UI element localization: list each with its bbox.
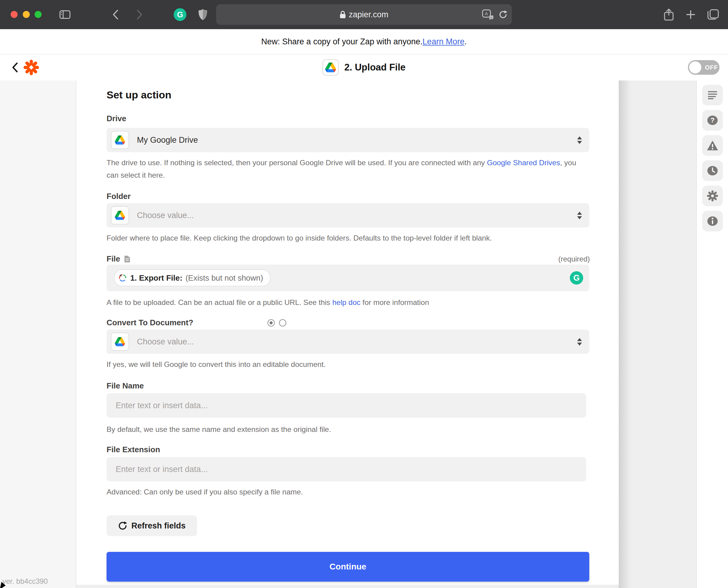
folder-help: Folder where to place file. Keep clickin…	[107, 232, 590, 244]
file-name-label: File Name	[107, 381, 144, 391]
file-extension-help: Advanced: Can only be used if you also s…	[107, 486, 590, 498]
svg-text:A: A	[485, 11, 488, 16]
continue-button[interactable]: Continue	[107, 552, 589, 582]
setup-action-panel: Set up action Drive My Google Drive The …	[76, 81, 619, 585]
new-tab-icon[interactable]	[684, 0, 698, 29]
history-button[interactable]	[702, 160, 723, 181]
translate-icon[interactable]: Ax	[482, 9, 494, 20]
token-value-text: (Exists but not shown)	[186, 273, 263, 283]
version-text: ver. bb4cc390	[2, 577, 48, 586]
close-window-button[interactable]	[10, 11, 18, 18]
address-bar[interactable]: zapier.com Ax	[216, 4, 512, 25]
file-input[interactable]: 1. Export File: (Exists but not shown) G	[107, 265, 589, 291]
drive-label: Drive	[107, 114, 126, 123]
svg-text:x: x	[491, 16, 492, 19]
convert-select[interactable]: Choose value...	[107, 330, 589, 354]
file-label: File	[107, 254, 120, 264]
step-title: 2. Upload File	[344, 62, 406, 73]
drive-help: The drive to use. If nothing is selected…	[107, 156, 590, 181]
browser-chrome: G zapier.com Ax	[0, 0, 728, 29]
file-help: A file to be uploaded. Can be an actual …	[107, 296, 590, 309]
settings-button[interactable]	[702, 186, 723, 206]
step1-app-icon	[118, 273, 127, 282]
help-button[interactable]: ?	[702, 110, 723, 131]
url-text: zapier.com	[349, 10, 389, 19]
convert-radio-group	[267, 319, 286, 327]
folder-placeholder: Choose value...	[137, 211, 194, 220]
clock-icon	[707, 165, 718, 176]
lock-icon	[340, 10, 346, 19]
gear-icon	[707, 190, 718, 202]
step-header: 2. Upload File OFF	[0, 55, 728, 81]
select-arrows-icon	[577, 136, 582, 144]
file-name-help: By default, we use the same name and ext…	[107, 423, 590, 436]
info-button[interactable]	[702, 211, 723, 231]
required-tag: (required)	[558, 255, 590, 263]
file-label-row: File	[107, 254, 131, 264]
shield-extension-icon[interactable]	[197, 0, 209, 29]
banner-text: New: Share a copy of your Zap with anyon…	[261, 37, 423, 46]
reload-icon[interactable]	[498, 10, 508, 19]
step-title-group: 2. Upload File	[0, 55, 728, 81]
file-extension-label: File Extension	[107, 445, 160, 454]
google-drive-icon	[111, 206, 129, 225]
document-icon	[124, 255, 131, 263]
left-gutter: ver. bb4cc390	[0, 81, 76, 588]
mouse-cursor	[0, 582, 6, 588]
zap-on-off-toggle[interactable]: OFF	[688, 60, 720, 75]
forward-icon[interactable]	[134, 0, 145, 29]
sidebar-toggle-icon[interactable]	[59, 0, 71, 29]
radio-unselected[interactable]	[279, 319, 286, 327]
refresh-fields-button[interactable]: Refresh fields	[107, 516, 197, 536]
drive-value: My Google Drive	[137, 135, 198, 145]
notes-icon	[707, 91, 718, 99]
folder-label: Folder	[107, 192, 131, 201]
info-icon	[707, 216, 718, 227]
grammarly-icon[interactable]: G	[570, 271, 583, 285]
svg-text:?: ?	[710, 116, 714, 124]
folder-select[interactable]: Choose value...	[107, 203, 589, 228]
select-arrows-icon	[577, 338, 582, 345]
google-drive-icon	[322, 59, 339, 76]
google-drive-icon	[111, 131, 129, 149]
panel-title: Set up action	[107, 89, 171, 101]
workspace: ver. bb4cc390 Set up action Drive My Goo…	[0, 81, 728, 588]
refresh-label: Refresh fields	[131, 521, 186, 531]
token-step-text: 1. Export File:	[130, 273, 183, 283]
warning-button[interactable]	[702, 135, 723, 156]
convert-placeholder: Choose value...	[137, 337, 194, 346]
mapped-field-token[interactable]: 1. Export File: (Exists but not shown)	[114, 269, 271, 287]
convert-help: If yes, we will tell Google to convert t…	[107, 358, 590, 371]
share-icon[interactable]	[662, 0, 676, 29]
question-icon: ?	[707, 115, 718, 126]
tabs-overview-icon[interactable]	[706, 0, 721, 29]
zoom-window-button[interactable]	[35, 11, 42, 18]
select-arrows-icon	[577, 212, 582, 219]
right-toolbar: ?	[697, 81, 728, 588]
back-icon[interactable]	[110, 0, 121, 29]
refresh-icon	[118, 521, 127, 531]
convert-label: Convert To Document?	[107, 318, 193, 328]
grammarly-extension-icon[interactable]: G	[174, 8, 187, 21]
radio-selected[interactable]	[267, 319, 275, 327]
toggle-knob	[689, 61, 701, 74]
card-shadow	[619, 81, 631, 588]
minimize-window-button[interactable]	[23, 11, 30, 18]
learn-more-link[interactable]: Learn More	[423, 37, 465, 46]
file-extension-input[interactable]	[107, 457, 586, 481]
toggle-label: OFF	[705, 64, 718, 71]
warning-icon	[707, 140, 718, 151]
file-name-input[interactable]	[107, 393, 586, 418]
drive-select[interactable]: My Google Drive	[107, 128, 589, 152]
google-shared-drives-link[interactable]: Google Shared Drives	[487, 159, 560, 167]
notes-button[interactable]	[702, 85, 723, 105]
promo-banner: New: Share a copy of your Zap with anyon…	[0, 29, 728, 55]
screen: G zapier.com Ax New: Share a copy of you…	[0, 0, 728, 588]
help-doc-link[interactable]: help doc	[333, 298, 361, 307]
google-drive-icon	[111, 333, 129, 351]
